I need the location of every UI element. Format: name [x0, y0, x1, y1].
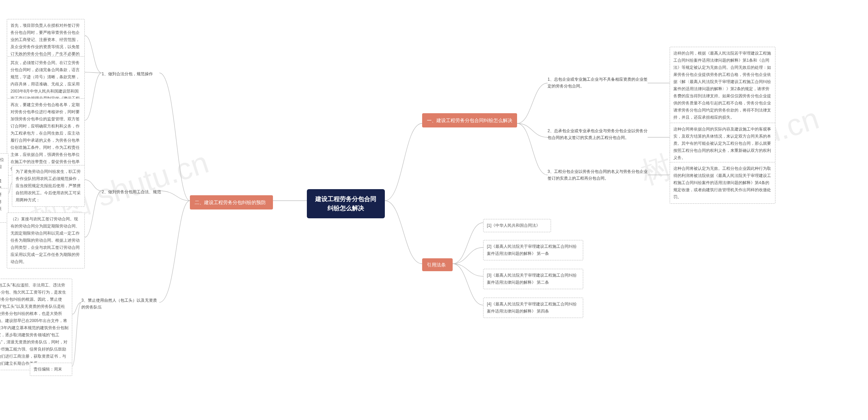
- s2-p2-label: 2、做到劳务分包用工合法、规范: [102, 188, 168, 196]
- s1-item3-leaf: 这种合同将被认定为无效。工程分包企业因此种行为取得的利润将被法院依据《最高人民法…: [670, 162, 775, 204]
- ref-1: [1]《中华人民共和国合同法》: [483, 219, 551, 232]
- s2-p3-leaf-b: 责任编辑：周末: [30, 363, 72, 376]
- branch-section-1: 一、建设工程劳务分包合同纠纷怎么解决: [422, 113, 517, 127]
- s1-item1-leaf: 这样的合同，根据《最高人民法院若干审理建设工程施工合同纠纷案件适用法律问题的解释…: [670, 47, 775, 124]
- root-node: 建设工程劳务分包合同纠纷怎么解决: [307, 189, 385, 218]
- s2-p3-leaf-a: "包工头"私拉滥招、非法用工、违法劳务分包、拖欠民工工资等行为，是发生劳务分包纠…: [0, 279, 72, 370]
- s1-item1-label: 1、总包企业或专业施工企业与不具备相应资质的企业签定的劳务分包合同。: [548, 75, 648, 91]
- branch-refs: 引用法条: [422, 258, 453, 271]
- s1-item2-leaf: 这种合同将依据合同的实际内容及建设施工中的客观事实，及双方结算的具体情况，来认定…: [670, 123, 775, 164]
- ref-3: [3]《最高人民法院关于审理建设工程施工合同纠纷案件适用法律问题的解释》 第二条: [483, 269, 583, 289]
- s2-p2-intro: 为了避免劳动合同纠纷发生，职工劳务作业队招用农民工必须规范操作，应当按照规定先报…: [12, 165, 85, 207]
- branch-section-2: 二、建设工程劳务分包纠纷的预防: [190, 195, 273, 209]
- s1-item2-label: 2、总承包企业或专业承包企业与劳务分包企业以劳务分包合同的名义签订的实质上的工程…: [548, 127, 648, 142]
- s2-p3-label: 3、禁止使用自然人（包工头）以及无资质的劳务队伍: [81, 296, 159, 312]
- s2-p1-label: 1、做到合法分包，规范操作: [102, 70, 163, 78]
- ref-2: [2]《最高人民法院关于审理建设工程施工合同纠纷案件适用法律问题的解释》 第一条: [483, 240, 583, 260]
- ref-4: [4]《最高人民法院关于审理建设工程施工合同纠纷案件适用法律问题的解释》 第四条: [483, 298, 583, 318]
- s2-p1-leaf-c: 再次，要建立劳务分包合格名单，定期对劳务分包单位进行考核评价，同时要加强劳务分包…: [7, 98, 85, 176]
- s2-p2-leaf-c: （2）直接与农民工签订劳动合同。现有的劳动合同分为固定期限劳动合同、无固定期限劳…: [7, 213, 85, 268]
- s1-item3-label: 3、工程分包企业以劳务分包合同的名义与劳务分包企业签订的实质上的工程再分包合同。: [548, 167, 648, 183]
